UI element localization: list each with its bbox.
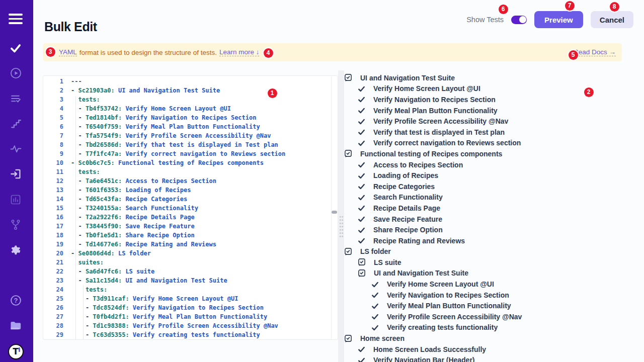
annotation-badge-5: 5	[569, 50, 578, 60]
tree-item-label: Access to Recipes Section	[373, 161, 463, 169]
help-icon[interactable]: ?	[6, 290, 26, 310]
line-number: 25	[43, 294, 63, 303]
tree-test-row: Verify Meal Plan Button Functionality	[344, 105, 644, 116]
test-check-icon	[371, 291, 383, 299]
annotation-badge-3: 3	[46, 47, 55, 57]
yaml-editor[interactable]: 1---2- Sc21903a0: UI and Navigation Test…	[43, 75, 338, 340]
test-check-icon	[358, 226, 369, 234]
preview-button[interactable]: Preview	[534, 11, 583, 28]
yaml-link[interactable]: YAML	[59, 48, 77, 56]
folder-icon[interactable]	[6, 315, 26, 335]
line-number: 16	[43, 213, 63, 222]
indent-guide	[75, 96, 76, 339]
code-line: 1---	[43, 77, 338, 86]
code-line: 12 - Ta6e6451c: Access to Recipes Sectio…	[43, 176, 338, 186]
line-number: 12	[43, 176, 63, 186]
tree-item-label: Verify correct navigation to Reviews sec…	[373, 139, 521, 147]
test-check-icon	[371, 281, 383, 288]
play-circle-icon[interactable]	[6, 63, 26, 83]
tree-item-label: Verify Home Screen Layout @UI	[373, 84, 480, 93]
test-check-icon	[358, 118, 369, 125]
tree-item-label: Search Functionality	[373, 193, 443, 201]
code-line: 8 - Tbd26586d: Verify that test is displ…	[43, 140, 338, 149]
code-line: 5 - Ted1814bf: Verify Navigation to Reci…	[43, 113, 338, 122]
annotation-badge-4: 4	[264, 48, 273, 58]
annotation-badge-2: 2	[584, 87, 594, 97]
test-check-icon	[371, 324, 383, 331]
learn-more-link[interactable]: Learn more ↓	[219, 48, 260, 56]
line-number: 18	[43, 231, 63, 240]
line-number: 4	[43, 104, 63, 113]
editor-scrollbar-thumb[interactable]	[332, 211, 337, 214]
code-line: 2- Sc21903a0: UI and Navigation Test Sui…	[43, 86, 338, 95]
tree-test-row: Access to Recipes Section	[344, 159, 644, 170]
code-line: 21 suites:	[43, 258, 338, 267]
tree-test-row: Save Recipe Feature	[344, 214, 644, 225]
line-number: 28	[43, 321, 63, 330]
annotation-badge-8: 8	[610, 2, 619, 12]
line-number: 24	[43, 285, 63, 294]
tree-item-label: Share Recipe Option	[373, 226, 443, 234]
tree-item-label: Verify Meal Plan Button Functionality	[373, 107, 498, 115]
tree-test-row: Recipe Rating and Reviews	[344, 235, 644, 246]
tree-test-row: Loading of Recipes	[344, 170, 644, 181]
code-line: 10- Sc0b6c7c5: Functional testing of Rec…	[43, 158, 338, 167]
code-line: 4 - Tb4f53742: Verify Home Screen Layout…	[43, 104, 338, 113]
tree-suite-row: Functional testing of Recipes components	[344, 148, 644, 159]
test-check-icon	[358, 356, 369, 362]
code-line: 7 - Tfa5754f9: Verify Profile Screen Acc…	[43, 131, 338, 140]
yaml-info-banner: YAML format is used to design the struct…	[43, 43, 622, 61]
gear-icon[interactable]	[6, 240, 26, 260]
tree-item-label: Verify Navigation Bar (Header)	[373, 356, 475, 362]
tree-item-label: LS suite	[374, 258, 401, 266]
line-number: 2	[43, 86, 63, 95]
suite-checkbox-icon	[344, 73, 356, 82]
show-tests-toggle[interactable]	[511, 16, 527, 24]
bar-chart-icon[interactable]	[6, 190, 26, 210]
code-line: 26 - Tdc8524df: Verify Navigation to Rec…	[43, 303, 338, 312]
line-number: 29	[43, 330, 63, 339]
tree-test-row: Verify correct navigation to Reviews sec…	[344, 138, 644, 149]
activity-icon[interactable]	[6, 139, 26, 159]
annotation-badge-1: 1	[268, 88, 277, 98]
tree-item-label: Verify Navigation to Recipes Section	[373, 96, 496, 104]
hamburger-menu-icon[interactable]	[9, 14, 23, 27]
tree-test-row: Verify creating tests functionality	[344, 322, 644, 333]
annotation-badge-7: 7	[565, 1, 575, 11]
git-branch-icon[interactable]	[6, 215, 26, 235]
steps-icon[interactable]	[6, 114, 26, 134]
test-tree-preview: UI and Navigation Test SuiteVerify Home …	[344, 72, 644, 362]
read-docs-link[interactable]: Read Docs →	[574, 48, 616, 56]
line-number: 22	[43, 267, 63, 276]
line-number: 17	[43, 222, 63, 231]
list-check-icon[interactable]	[6, 88, 26, 109]
tree-item-label: Recipe Categories	[373, 183, 435, 191]
account-avatar[interactable]: T	[6, 341, 26, 361]
code-line: 28 - Td1c98388: Verify Profile Screen Ac…	[43, 321, 338, 330]
code-line: 17 - T38445f90: Save Recipe Feature	[43, 222, 338, 231]
tree-item-label: Recipe Details Page	[373, 204, 440, 212]
annotation-badge-6: 6	[499, 5, 508, 14]
tree-item-label: Verify Profile Screen Accessibility @Nav	[387, 313, 522, 321]
sign-in-icon[interactable]	[6, 164, 26, 184]
tree-test-row: Verify Home Screen Layout @UI	[344, 279, 644, 290]
tree-test-row: Verify that test is displayed in Test pl…	[344, 127, 644, 138]
tree-suite-row: UI and Navigation Test Suite	[344, 268, 644, 279]
tree-test-row: Verify Profile Screen Accessibility @Nav	[344, 311, 644, 322]
code-line: 25 - T3d911caf: Verify Home Screen Layou…	[43, 294, 338, 303]
line-number: 6	[43, 122, 63, 131]
check-icon[interactable]	[6, 38, 26, 58]
code-line: 15 - T3240155a: Search Functionality	[43, 204, 338, 213]
tree-test-row: Verify Navigation to Recipes Section	[344, 94, 644, 105]
test-check-icon	[358, 128, 369, 136]
code-line: 23 - Sa11c15d4: UI and Navigation Test S…	[43, 276, 338, 285]
tree-item-label: Verify Home Screen Layout @UI	[387, 280, 494, 288]
line-number: 20	[43, 249, 63, 258]
splitter-drag-handle-icon[interactable]	[339, 215, 344, 238]
code-line: 19 - Td14677e6: Recipe Rating and Review…	[43, 240, 338, 249]
tree-test-row: Recipe Categories	[344, 181, 644, 192]
suite-checkbox-icon	[344, 334, 356, 343]
test-check-icon	[358, 237, 369, 244]
tree-item-label: LS folder	[360, 247, 391, 255]
cancel-button[interactable]: Cancel	[591, 11, 633, 28]
